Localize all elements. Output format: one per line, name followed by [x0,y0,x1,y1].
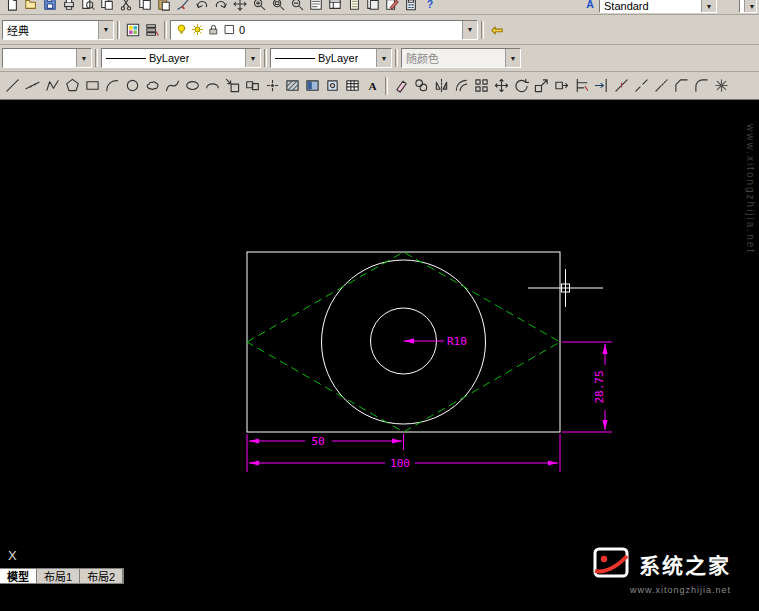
match-properties-button[interactable] [173,0,192,13]
zoom-window-button[interactable] [268,0,287,13]
draw-make-block-button[interactable] [242,74,262,98]
redo-button[interactable] [211,0,230,13]
quickcalc-button[interactable] [401,0,420,13]
modify-break-button[interactable] [631,74,651,98]
paste-button[interactable] [154,0,173,13]
draw-ellipse-button[interactable] [182,74,202,98]
radius-dimension-r10[interactable]: R10 [404,335,467,348]
designcenter-button[interactable] [325,0,344,13]
quickcalc-icon [404,0,418,11]
modify-rotate-button[interactable] [511,74,531,98]
color-combo[interactable]: ▼ [2,48,92,68]
tool-palettes-button[interactable] [344,0,363,13]
linetype-combo[interactable]: ByLayer ▼ [101,48,261,68]
linear-dimension-50[interactable]: 50 [247,434,404,472]
color-combo-arrow[interactable]: ▼ [76,49,91,67]
outer-rectangle-entity[interactable] [247,252,560,432]
layer-freeze-sun-icon[interactable] [191,23,204,36]
draw-gradient-button[interactable] [302,74,322,98]
match-properties-icon [176,0,190,11]
zoom-realtime-button[interactable] [249,0,268,13]
lineweight-combo[interactable]: ByLayer ▼ [270,48,392,68]
draw-hatch-button[interactable] [282,74,302,98]
properties-button[interactable] [306,0,325,13]
modify-fillet-button[interactable] [691,74,711,98]
modify-join-button[interactable] [651,74,671,98]
modify-copy-button[interactable] [411,74,431,98]
tab-layout2[interactable]: 布局2 [80,569,123,583]
draw-rectangle-button[interactable] [82,74,102,98]
workspace-combo-value: 经典 [7,22,29,38]
draw-line-button[interactable] [2,74,22,98]
draw-mtext-button[interactable]: A [362,74,382,98]
zoom-previous-button[interactable] [287,0,306,13]
fillet-icon [694,78,709,93]
draw-revcloud-button[interactable] [142,74,162,98]
copy-clip-button[interactable] [135,0,154,13]
modify-explode-button[interactable] [711,74,731,98]
draw-region-button[interactable] [322,74,342,98]
plotstyle-combo-arrow[interactable]: ▼ [505,49,520,67]
help-button[interactable]: ? [420,0,439,13]
modify-break-at-point-button[interactable] [611,74,631,98]
dashed-diamond-entity[interactable] [247,252,560,432]
modify-move-button[interactable] [491,74,511,98]
draw-polyline-button[interactable] [42,74,62,98]
modify-stretch-button[interactable] [551,74,571,98]
linear-dimension-28-75[interactable]: 28.75 [562,342,612,432]
draw-polygon-button[interactable] [62,74,82,98]
draw-insert-block-button[interactable] [222,74,242,98]
draw-point-button[interactable] [262,74,282,98]
layer-combo[interactable]: 0 ▼ [170,20,478,40]
layer-combo-arrow[interactable]: ▼ [462,21,477,39]
open-button[interactable] [21,0,40,13]
draw-ellipse-arc-button[interactable] [202,74,222,98]
linetype-preview [106,58,146,59]
draw-construction-line-button[interactable] [22,74,42,98]
layer-color-swatch[interactable] [223,23,236,36]
modify-scale-button[interactable] [531,74,551,98]
text-style-combo-arrow[interactable]: ▼ [701,0,716,12]
draw-arc-button[interactable] [102,74,122,98]
layer-properties-manager-button[interactable] [123,20,142,40]
draw-circle-button[interactable] [122,74,142,98]
publish-button[interactable] [97,0,116,13]
layer-states-manager-button[interactable] [142,20,161,40]
draw-spline-button[interactable] [162,74,182,98]
text-style-combo[interactable]: Standard ▼ [599,0,717,13]
save-button[interactable] [40,0,59,13]
dim-style-combo-arrow[interactable]: ▼ [744,0,757,12]
modify-extend-button[interactable] [591,74,611,98]
modify-array-button[interactable] [471,74,491,98]
pan-button[interactable] [230,0,249,13]
workspace-combo-arrow[interactable]: ▼ [98,21,113,39]
workspace-combo[interactable]: 经典 ▼ [2,20,114,40]
layer-on-bulb-icon[interactable] [175,23,188,36]
layer-lock-icon[interactable] [207,23,220,36]
sheetset-button[interactable] [363,0,382,13]
layer-previous-button[interactable] [487,20,506,40]
drawing-svg[interactable]: R10 50 100 28.75 [0,100,759,611]
dim-style-combo[interactable]: ▼ [739,0,757,13]
model-space-canvas[interactable]: R10 50 100 28.75 X 模型 [0,100,759,611]
plotstyle-combo[interactable]: 随颜色 ▼ [401,48,521,68]
new-button[interactable] [2,0,21,13]
draw-table-button[interactable] [342,74,362,98]
linear-dimension-100[interactable]: 100 [249,434,560,472]
modify-trim-button[interactable] [571,74,591,98]
undo-button[interactable] [192,0,211,13]
plot-button[interactable] [59,0,78,13]
modify-erase-button[interactable] [391,74,411,98]
modify-chamfer-button[interactable] [671,74,691,98]
cut-button[interactable] [116,0,135,13]
modify-mirror-button[interactable] [431,74,451,98]
modify-offset-button[interactable] [451,74,471,98]
linetype-combo-arrow[interactable]: ▼ [245,49,260,67]
tab-layout1[interactable]: 布局1 [37,569,80,583]
lineweight-combo-arrow[interactable]: ▼ [376,49,391,67]
tab-model[interactable]: 模型 [0,569,37,583]
text-style-manager-button[interactable]: A [580,0,599,13]
layout-tabbar: 模型 布局1 布局2 [0,568,124,584]
plot-preview-button[interactable] [78,0,97,13]
markup-button[interactable] [382,0,401,13]
